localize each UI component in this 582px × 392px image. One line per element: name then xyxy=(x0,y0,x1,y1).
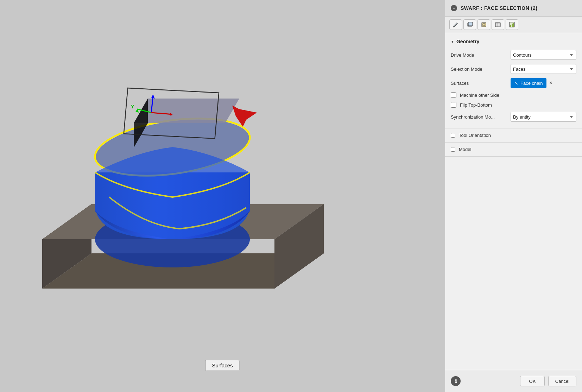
svg-rect-23 xyxy=(483,24,485,26)
sync-mode-control: By entity By distance By parameter xyxy=(511,112,576,122)
machine-other-side-checkbox[interactable] xyxy=(451,92,456,98)
toolbar-btn-5[interactable] xyxy=(506,19,518,30)
tool-orientation-section: Tool Orientation xyxy=(445,128,582,143)
flip-top-bottom-checkbox[interactable] xyxy=(451,102,456,108)
selection-mode-row: Selection Mode Faces Edges Curves xyxy=(445,62,582,76)
selection-mode-control: Faces Edges Curves xyxy=(511,64,576,74)
panel-header-icon: – xyxy=(451,5,457,11)
sync-mode-select[interactable]: By entity By distance By parameter xyxy=(511,112,576,122)
sync-mode-row: Synchronization Mo... By entity By dista… xyxy=(445,110,582,124)
cancel-button[interactable]: Cancel xyxy=(548,376,576,386)
drive-mode-label: Drive Mode xyxy=(451,52,511,58)
model-label: Model xyxy=(459,147,471,152)
panel-footer: ℹ OK Cancel xyxy=(445,370,582,392)
toolbar-btn-4[interactable] xyxy=(492,19,504,30)
chart-icon xyxy=(509,21,515,28)
toolbar-btn-3[interactable] xyxy=(477,19,490,30)
selection-mode-select[interactable]: Faces Edges Curves xyxy=(511,64,576,74)
surfaces-tooltip: Surfaces xyxy=(205,360,239,371)
layers-icon xyxy=(467,21,473,28)
surface-icon xyxy=(481,21,487,28)
3d-viewport: Y Surfaces xyxy=(0,0,445,392)
table-icon xyxy=(495,21,501,28)
sync-mode-label: Synchronization Mo... xyxy=(451,114,511,120)
selection-mode-label: Selection Mode xyxy=(451,67,511,72)
tooltip-label: Surfaces xyxy=(212,362,233,368)
panel-title: SWARF : FACE SELECTION (2) xyxy=(461,5,537,11)
surfaces-label: Surfaces xyxy=(451,81,511,86)
panel-toolbar xyxy=(445,17,582,33)
toolbar-btn-1[interactable] xyxy=(449,19,462,30)
geometry-arrow-icon: ▼ xyxy=(451,40,454,44)
face-chain-button[interactable]: ↖ Face chain xyxy=(511,78,546,88)
flip-top-bottom-label: Flip Top-Bottom xyxy=(460,102,492,108)
info-icon: ℹ xyxy=(455,378,457,384)
clear-icon: × xyxy=(549,80,552,86)
machine-other-side-row: Machine other Side xyxy=(445,90,582,100)
cursor-icon: ↖ xyxy=(514,80,518,86)
model-checkbox[interactable] xyxy=(451,147,455,152)
clear-surfaces-button[interactable]: × xyxy=(548,79,554,87)
properties-panel: – SWARF : FACE SELECTION (2) xyxy=(445,0,582,392)
face-chain-label: Face chain xyxy=(520,81,543,86)
drive-mode-control: Contours Surfaces Curves xyxy=(511,50,576,60)
machine-other-side-label: Machine other Side xyxy=(460,93,499,98)
drive-mode-row: Drive Mode Contours Surfaces Curves xyxy=(445,48,582,62)
surfaces-control: ↖ Face chain × xyxy=(511,78,576,88)
flip-top-bottom-row: Flip Top-Bottom xyxy=(445,100,582,110)
svg-marker-9 xyxy=(134,99,239,123)
geometry-section: ▼ Geometry Drive Mode Contours Surfaces … xyxy=(445,33,582,128)
geometry-section-header[interactable]: ▼ Geometry xyxy=(445,37,582,48)
svg-rect-28 xyxy=(510,25,511,27)
svg-rect-30 xyxy=(513,23,514,27)
svg-text:Y: Y xyxy=(131,104,134,109)
panel-body: ▼ Geometry Drive Mode Contours Surfaces … xyxy=(445,33,582,370)
tool-orientation-label: Tool Orientation xyxy=(459,133,491,138)
model-section: Model xyxy=(445,143,582,157)
3d-scene: Y xyxy=(0,0,445,392)
svg-rect-29 xyxy=(512,24,513,27)
surfaces-row: Surfaces ↖ Face chain × xyxy=(445,76,582,90)
svg-rect-21 xyxy=(468,22,473,26)
info-button[interactable]: ℹ xyxy=(451,376,461,386)
drive-mode-select[interactable]: Contours Surfaces Curves xyxy=(511,50,576,60)
toolbar-btn-2[interactable] xyxy=(463,19,476,30)
edit-icon xyxy=(453,21,459,28)
tool-orientation-checkbox[interactable] xyxy=(451,133,455,138)
panel-header: – SWARF : FACE SELECTION (2) xyxy=(445,0,582,17)
ok-button[interactable]: OK xyxy=(520,376,545,386)
geometry-section-title: Geometry xyxy=(456,39,479,44)
